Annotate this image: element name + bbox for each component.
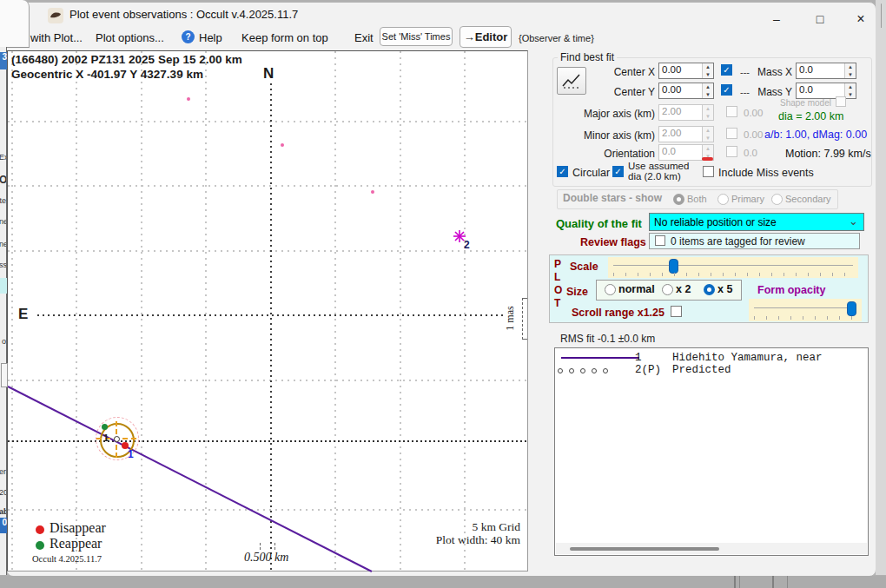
review-flags-checkbox[interactable] [655,235,665,246]
center-x-dash: --- [740,67,750,77]
include-miss-checkbox[interactable] [703,166,714,177]
chevron-down-icon: ⌄ [849,215,858,228]
slider-ticks [754,316,856,320]
orientation-cb-value: 0.0 [744,148,757,158]
scale-slider-thumb[interactable] [669,259,678,274]
fit-chart-icon[interactable] [557,67,586,95]
mass-x-spinner[interactable]: 0.0▲▼ [796,63,856,79]
red-dash-icon [702,157,713,161]
slider-track [613,265,853,266]
scalebar-label: 0.500 km [244,551,288,565]
rms-fit-label: RMS fit -0.1 ±0.0 km [560,333,655,345]
minor-axis-value[interactable]: 2.00 [659,127,702,142]
center-x-checkbox[interactable]: ✓ [721,64,732,76]
center-y-spinner[interactable]: 0.00▲▼ [658,83,714,99]
taskbar-strip [0,576,886,588]
size-x5-radio[interactable] [704,284,715,295]
form-opacity-slider[interactable] [749,299,862,321]
major-axis-value[interactable]: 2.00 [659,105,702,120]
menu-plot-options[interactable]: Plot options... [96,31,164,44]
use-assumed-checkbox[interactable]: ✓ [612,166,624,177]
size-label: Size [566,286,588,298]
menu-exit[interactable]: Exit [354,31,374,44]
spinner-arrows[interactable]: ▲▼ [702,105,713,120]
close-icon[interactable]: × [847,9,875,30]
center-y-checkbox[interactable]: ✓ [721,84,732,96]
track-dot [281,143,284,147]
spinner-arrows[interactable]: ▲▼ [844,63,856,78]
occultation-plot[interactable]: N E (166480) 2002 PZ131 2025 Sep 15 2.00… [7,50,528,571]
editor-button[interactable]: →Editor [460,26,512,48]
minimize-icon[interactable]: – [763,9,790,30]
minor-axis-spinner[interactable]: 2.00▲▼ [658,126,714,142]
observation-name: Hidehito Yamamura, near [672,352,823,364]
scalebar-bracket [260,543,275,550]
background-window-strip: 3 Ex O te ne ne ss o er 20 ab 0 [0,47,7,575]
motion-label: Motion: 7.99 km/s [785,148,871,160]
set-miss-times-button[interactable]: Set 'Miss' Times [380,27,453,46]
legend-line-solid [561,357,639,359]
include-miss-label: Include Miss events [718,167,814,179]
circular-label: Circular [572,167,610,179]
find-best-fit-title: Find best fit [558,51,617,63]
plot-letter-t: T [554,297,560,309]
screen: Plot event observations : Occult v.4.202… [0,0,886,588]
mass-x-label: Mass X [754,66,792,78]
help-icon[interactable]: ? [182,30,195,43]
scrollbar-thumb[interactable] [570,547,719,551]
menu-help[interactable]: Help [199,31,222,44]
review-flags-text: 0 items are tagged for review [671,235,805,248]
circular-checkbox[interactable]: ✓ [557,166,568,177]
form-opacity-slider-thumb[interactable] [847,301,856,316]
scale-slider[interactable] [608,257,858,278]
size-x2-radio[interactable] [662,284,673,295]
size-normal-radio[interactable] [605,284,616,295]
grid-line [76,51,77,571]
reappear-legend-dot [36,541,44,550]
grid-line [205,51,207,571]
double-stars-secondary-radio[interactable] [771,194,783,205]
double-stars-primary-radio[interactable] [717,194,729,205]
fragment: ss [0,261,6,269]
spinner-arrows[interactable]: ▲▼ [702,83,713,98]
app-icon [48,8,63,26]
grid-line [11,51,13,571]
major-axis-checkbox[interactable] [726,106,737,117]
chord-1-label: 1 [128,448,134,460]
spinner-arrows[interactable]: ▲▼ [702,127,713,142]
grid-line [8,250,527,252]
grid-line [8,121,527,122]
major-axis-spinner[interactable]: 2.00▲▼ [658,104,714,121]
center-y-value[interactable]: 0.00 [659,83,702,98]
size-x2-label: x 2 [676,283,691,295]
background-window-edge [881,3,882,28]
fragment: O [0,174,6,186]
center-x-value[interactable]: 0.00 [659,63,702,78]
quality-value: No reliable position or size [654,216,777,228]
center-x-spinner[interactable]: 0.00▲▼ [658,63,714,79]
mass-y-spinner[interactable]: 0.0▲▼ [796,83,856,99]
dia-label: dia = 2.00 km [778,110,843,122]
plot-width-label: Plot width: 40 km [390,533,520,547]
menu-keep-on-top[interactable]: Keep form on top [241,31,328,44]
track-dot [187,97,190,101]
double-stars-both-radio[interactable] [673,194,684,205]
mass-x-value[interactable]: 0.0 [797,63,844,78]
fragment-band [0,278,7,294]
scroll-range-checkbox[interactable] [671,306,682,317]
star-2-label: 2 [464,239,470,251]
horizontal-scrollbar[interactable] [556,543,867,554]
orientation-value[interactable]: 0.0 [659,145,702,160]
grid-line [464,51,466,571]
menu-with-plot[interactable]: with Plot... [30,31,83,44]
plot-letter-l: L [554,271,560,283]
disappear-legend-label: Disappear [50,520,106,536]
asteroid-center-label: 1 [103,433,109,443]
observation-list[interactable]: 1 Hidehito Yamamura, near 2(P) Predicted [554,347,869,556]
orientation-checkbox[interactable] [726,146,737,157]
minor-axis-checkbox[interactable] [726,128,737,139]
quality-combobox[interactable]: No reliable position or size ⌄ [649,213,864,231]
shape-model-checkbox[interactable] [836,96,846,107]
spinner-arrows[interactable]: ▲▼ [702,63,713,78]
maximize-icon[interactable]: □ [806,9,834,30]
